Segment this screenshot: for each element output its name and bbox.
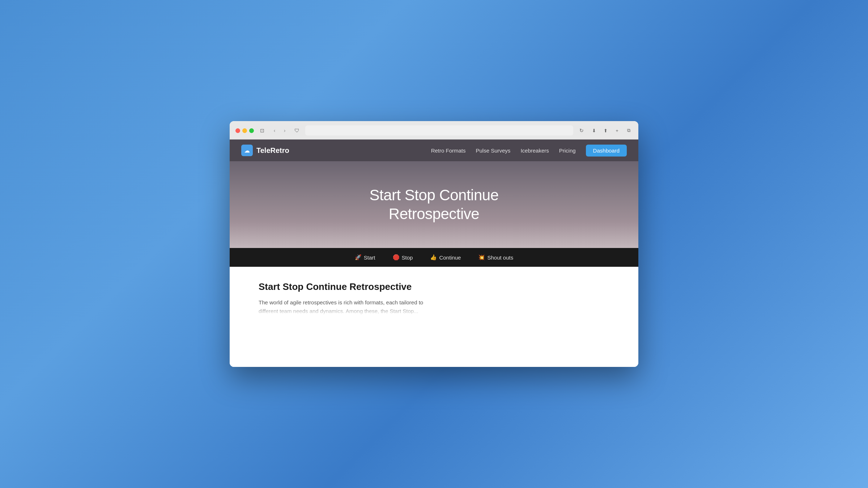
close-button[interactable] <box>235 128 240 133</box>
nav-pricing[interactable]: Pricing <box>559 147 576 154</box>
tab-continue[interactable]: 👍 Continue <box>430 254 461 261</box>
content-line2: different team needs and dynamics. Among… <box>259 308 418 314</box>
new-tab-icon[interactable]: + <box>613 127 621 134</box>
address-bar[interactable] <box>305 125 573 136</box>
tab-bar: 🚀 Start 🛑 Stop 👍 Continue 💥 Shout outs <box>230 248 638 267</box>
tab-start[interactable]: 🚀 Start <box>355 254 375 261</box>
nav-links: Retro Formats Pulse Surveys Icebreakers … <box>431 145 627 157</box>
shout-outs-emoji: 💥 <box>478 254 485 261</box>
logo-text: TeleRetro <box>256 146 289 155</box>
browser-window: ⊡ ‹ › 🛡 ↻ ⬇ ⬆ + ⧉ ☁ TeleRetro <box>230 121 638 367</box>
logo-icon-symbol: ☁ <box>244 147 250 154</box>
browser-chrome: ⊡ ‹ › 🛡 ↻ ⬇ ⬆ + ⧉ <box>230 121 638 140</box>
share-icon[interactable]: ⬆ <box>601 127 609 134</box>
nav-retro-formats[interactable]: Retro Formats <box>431 147 466 154</box>
stop-emoji: 🛑 <box>393 254 400 261</box>
reload-icon[interactable]: ↻ <box>578 127 586 134</box>
nav-pulse-surveys[interactable]: Pulse Surveys <box>476 147 511 154</box>
download-icon[interactable]: ⬇ <box>590 127 598 134</box>
tab-shout-outs-label: Shout outs <box>487 254 513 261</box>
maximize-button[interactable] <box>249 128 254 133</box>
hero-title-line1: Start Stop Continue <box>369 187 498 204</box>
content-line1: The world of agile retrospectives is ric… <box>259 299 423 305</box>
site-nav: ☁ TeleRetro Retro Formats Pulse Surveys … <box>230 140 638 161</box>
hero-title-line2: Retrospective <box>389 205 479 222</box>
sidebar-toggle-icon[interactable]: ⊡ <box>258 127 266 134</box>
minimize-button[interactable] <box>242 128 247 133</box>
logo-icon: ☁ <box>241 145 253 156</box>
shield-icon: 🛡 <box>293 127 301 134</box>
logo[interactable]: ☁ TeleRetro <box>241 145 289 156</box>
tabs-overview-icon[interactable]: ⧉ <box>625 127 633 134</box>
website: ☁ TeleRetro Retro Formats Pulse Surveys … <box>230 140 638 367</box>
browser-actions: ⬇ ⬆ + ⧉ <box>590 127 633 134</box>
continue-emoji: 👍 <box>430 254 437 261</box>
tab-stop[interactable]: 🛑 Stop <box>393 254 413 261</box>
content-paragraph: The world of agile retrospectives is ric… <box>259 298 609 316</box>
hero-section: Start Stop Continue Retrospective <box>230 161 638 248</box>
nav-buttons: ‹ › <box>271 127 289 134</box>
tab-shout-outs[interactable]: 💥 Shout outs <box>478 254 513 261</box>
start-emoji: 🚀 <box>355 254 362 261</box>
nav-icebreakers[interactable]: Icebreakers <box>520 147 549 154</box>
content-body: The world of agile retrospectives is ric… <box>259 298 609 316</box>
forward-button[interactable]: › <box>281 127 289 134</box>
tab-continue-label: Continue <box>439 254 461 261</box>
back-button[interactable]: ‹ <box>271 127 278 134</box>
hero-title: Start Stop Continue Retrospective <box>369 186 498 224</box>
dashboard-button[interactable]: Dashboard <box>586 145 627 157</box>
tab-stop-label: Stop <box>402 254 413 261</box>
traffic-lights <box>235 128 254 133</box>
content-area: Start Stop Continue Retrospective The wo… <box>230 267 638 367</box>
content-title: Start Stop Continue Retrospective <box>259 281 609 292</box>
tab-start-label: Start <box>364 254 375 261</box>
